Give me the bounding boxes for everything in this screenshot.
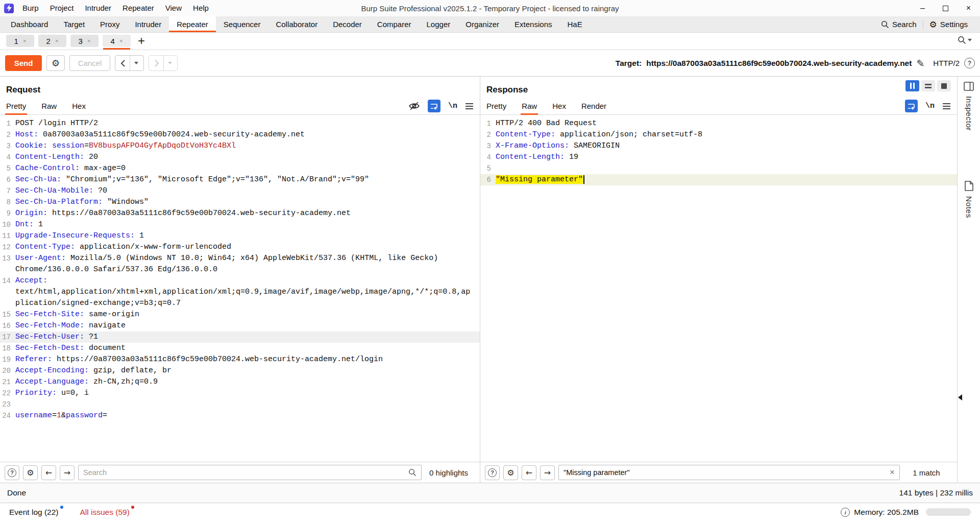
code-line[interactable]: 20Accept-Encoding: gzip, deflate, br [0, 365, 480, 376]
global-search-button[interactable]: Search [875, 20, 923, 29]
back-history-dropdown[interactable] [130, 56, 142, 70]
code-line[interactable]: plication/signed-exchange;v=b3;q=0.7 [0, 298, 480, 309]
code-line[interactable]: 1POST /login HTTP/2 [0, 118, 480, 129]
search-settings-button[interactable]: ⚙ [23, 465, 38, 480]
tab-intruder[interactable]: Intruder [127, 16, 169, 32]
code-line[interactable]: 2Host: 0a87003a03a5111c86f9c59e00b70024.… [0, 129, 480, 140]
menu-item-intruder[interactable]: Intruder [79, 4, 117, 12]
sidebar-item-notes[interactable]: Notes [964, 181, 973, 218]
clear-search-icon[interactable]: × [890, 467, 895, 478]
previous-match-button[interactable]: ← [41, 465, 56, 480]
code-line[interactable]: 14Accept: [0, 275, 480, 287]
code-line[interactable]: 16Sec-Fetch-Mode: navigate [0, 320, 480, 331]
code-line[interactable]: 21Accept-Language: zh-CN,zh;q=0.9 [0, 376, 480, 388]
code-line[interactable]: 1HTTP/2 400 Bad Request [480, 118, 957, 129]
help-icon[interactable]: ? [964, 58, 975, 68]
sidebar-item-inspector[interactable]: Inspector [964, 82, 974, 131]
next-match-button[interactable]: → [540, 465, 555, 480]
next-match-button[interactable]: → [60, 465, 75, 480]
send-button[interactable]: Send [5, 55, 42, 71]
tab-decoder[interactable]: Decoder [325, 16, 370, 32]
repeater-tab-3[interactable]: 3× [70, 35, 99, 47]
back-button[interactable] [115, 55, 144, 71]
code-line[interactable]: 23 [0, 399, 480, 410]
tab-dashboard[interactable]: Dashboard [3, 16, 56, 32]
tab-organizer[interactable]: Organizer [458, 16, 507, 32]
protocol-selector[interactable]: HTTP/2 [933, 59, 960, 67]
search-help-button[interactable]: ? [5, 465, 19, 480]
layout-columns-button[interactable] [905, 80, 919, 91]
code-line[interactable]: 24username=1&password= [0, 410, 480, 421]
code-line[interactable]: 22Priority: u=0, i [0, 388, 480, 399]
code-line[interactable]: 5 [480, 163, 957, 174]
tab-repeater[interactable]: Repeater [169, 16, 216, 32]
minimize-button[interactable]: – [911, 0, 934, 16]
tab-proxy[interactable]: Proxy [92, 16, 127, 32]
repeater-tab-1[interactable]: 1× [6, 35, 34, 47]
code-line[interactable]: 17Sec-Fetch-User: ?1 [0, 331, 480, 343]
code-line[interactable]: Chrome/136.0.0.0 Safari/537.36 Edg/136.0… [0, 264, 480, 275]
tab-sequencer[interactable]: Sequencer [216, 16, 268, 32]
tab-target[interactable]: Target [56, 16, 92, 32]
tab-search-button[interactable] [958, 35, 972, 44]
code-line[interactable]: 19Referer: https://0a87003a03a5111c86f9c… [0, 354, 480, 365]
close-tab-icon[interactable]: × [119, 38, 122, 44]
settings-button[interactable]: ⚙ Settings [923, 19, 974, 30]
code-line[interactable]: 6Sec-Ch-Ua: "Chromium";v="136", "Microso… [0, 174, 480, 185]
code-line[interactable]: 2Content-Type: application/json; charset… [480, 129, 957, 140]
code-line[interactable]: 8Sec-Ch-Ua-Platform: "Windows" [0, 197, 480, 208]
word-wrap-toggle[interactable] [428, 100, 440, 112]
code-line[interactable]: 6"Missing parameter" [480, 174, 957, 185]
search-help-button[interactable]: ? [485, 465, 500, 480]
code-line[interactable]: 15Sec-Fetch-Site: same-origin [0, 309, 480, 320]
view-tab-hex[interactable]: Hex [552, 98, 566, 114]
request-search-input[interactable] [83, 468, 405, 477]
event-log-button[interactable]: Event log (22) [9, 508, 59, 517]
code-line[interactable]: text/html,application/xhtml+xml,applicat… [0, 287, 480, 298]
menu-item-help[interactable]: Help [187, 4, 214, 12]
editor-menu-icon[interactable] [465, 103, 474, 110]
menu-item-project[interactable]: Project [44, 4, 80, 12]
view-tab-hex[interactable]: Hex [72, 98, 86, 114]
repeater-tab-2[interactable]: 2× [38, 35, 66, 47]
code-line[interactable]: 4Content-Length: 19 [480, 152, 957, 163]
tab-extensions[interactable]: Extensions [507, 16, 559, 32]
view-tab-pretty[interactable]: Pretty [486, 98, 506, 114]
request-editor[interactable]: 1POST /login HTTP/22Host: 0a87003a03a511… [0, 115, 480, 462]
close-tab-icon[interactable]: × [23, 38, 26, 44]
code-line[interactable]: 7Sec-Ch-Ua-Mobile: ?0 [0, 185, 480, 197]
code-line[interactable]: 3X-Frame-Options: SAMEORIGIN [480, 140, 957, 152]
add-tab-button[interactable]: + [138, 35, 145, 47]
code-line[interactable]: 5Cache-Control: max-age=0 [0, 163, 480, 174]
code-line[interactable]: 11Upgrade-Insecure-Requests: 1 [0, 230, 480, 242]
cancel-button[interactable]: Cancel [69, 55, 110, 71]
all-issues-button[interactable]: All issues (59) [80, 508, 130, 517]
maximize-button[interactable] [934, 0, 957, 16]
layout-combined-button[interactable] [937, 80, 951, 91]
edit-target-icon[interactable]: ✎ [916, 58, 924, 69]
tab-logger[interactable]: Logger [419, 16, 458, 32]
tab-comparer[interactable]: Comparer [370, 16, 419, 32]
layout-rows-button[interactable] [921, 80, 935, 91]
tab-collaborator[interactable]: Collaborator [268, 16, 325, 32]
close-tab-icon[interactable]: × [55, 38, 58, 44]
close-tab-icon[interactable]: × [87, 38, 90, 44]
code-line[interactable]: 10Dnt: 1 [0, 219, 480, 230]
view-tab-raw[interactable]: Raw [41, 98, 57, 114]
menu-item-burp[interactable]: Burp [17, 4, 44, 12]
forward-history-dropdown[interactable] [163, 56, 176, 70]
hide-non-printing-icon[interactable] [408, 101, 420, 111]
search-settings-button[interactable]: ⚙ [503, 465, 518, 480]
word-wrap-toggle[interactable] [905, 100, 918, 112]
request-settings-button[interactable]: ⚙ [46, 55, 65, 71]
menu-item-view[interactable]: View [160, 4, 187, 12]
tab-hae[interactable]: HaE [559, 16, 590, 32]
code-line[interactable]: 9Origin: https://0a87003a03a5111c86f9c59… [0, 208, 480, 219]
show-newlines-toggle[interactable]: \n [448, 102, 457, 110]
code-line[interactable]: 13User-Agent: Mozilla/5.0 (Windows NT 10… [0, 253, 480, 264]
code-line[interactable]: 3Cookie: session=BV8buspAFPO4GyfApDqoDtV… [0, 140, 480, 152]
previous-match-button[interactable]: ← [522, 465, 536, 480]
response-editor[interactable]: 1HTTP/2 400 Bad Request2Content-Type: ap… [480, 115, 957, 462]
editor-menu-icon[interactable] [942, 103, 951, 110]
code-line[interactable]: 12Content-Type: application/x-www-form-u… [0, 242, 480, 253]
